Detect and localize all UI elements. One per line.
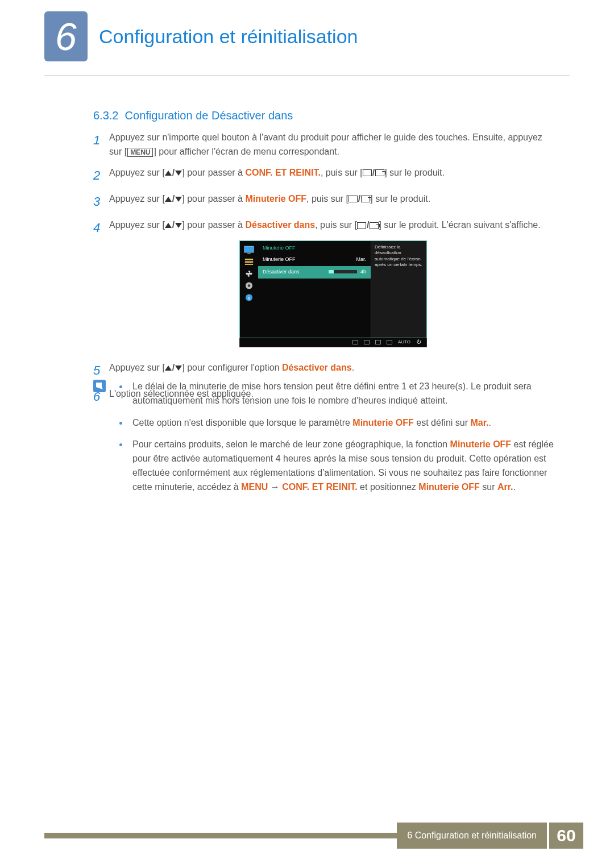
note-block: Le délai de la minuterie de mise hors te… — [93, 380, 557, 502]
svg-rect-3 — [245, 261, 253, 263]
monitor-icon — [244, 246, 254, 254]
footer-bar — [44, 833, 397, 838]
select-enter-icon: / — [357, 218, 379, 232]
step-4: 4 Appuyez sur [/] pour passer à Désactiv… — [93, 218, 557, 354]
chapter-title: Configuration et réinitialisation — [99, 26, 358, 48]
svg-rect-4 — [245, 264, 253, 265]
bullet-dot-icon — [119, 443, 122, 446]
step-number: 1 — [93, 131, 109, 159]
note-bullet-3: Pour certains produits, selon le marché … — [119, 438, 557, 494]
osd-sidebar: i — [240, 241, 258, 338]
highlight-minuterie-off: Minuterie OFF — [245, 194, 306, 203]
step-1: 1 Appuyez sur n'importe quel bouton à l'… — [93, 131, 557, 159]
footer-chapter-label: 6 Configuration et réinitialisation — [397, 823, 547, 849]
osd-menu-panel: Minuterie OFF Minuterie OFF Mar. Désacti… — [258, 241, 371, 338]
enter-icon — [387, 340, 392, 344]
osd-row-desactiver-selected: Désactiver dans 4h — [258, 266, 371, 279]
auto-label: AUTO — [398, 339, 410, 346]
chapter-number-badge: 6 — [44, 11, 88, 61]
osd-screenshot: i Minuterie OFF Minuterie OFF Mar. Dés — [109, 240, 557, 347]
note-bullet-1: Le délai de la minuterie de mise hors te… — [119, 380, 557, 408]
up-icon — [375, 340, 381, 344]
menu-button-icon: MENU — [127, 148, 153, 157]
left-icon — [352, 340, 358, 344]
steps-list: 1 Appuyez sur n'importe quel bouton à l'… — [93, 131, 557, 413]
step-number: 4 — [93, 218, 109, 354]
step-number: 5 — [93, 361, 109, 380]
section-title: Configuration de Désactiver dans — [125, 109, 293, 122]
step-5: 5 Appuyez sur [/] pour configurer l'opti… — [93, 361, 557, 380]
highlight-desactiver-dans: Désactiver dans — [282, 363, 352, 372]
resize-icon — [244, 269, 254, 278]
arrow-icon: → — [268, 482, 282, 492]
list-icon — [244, 258, 254, 266]
section-number: 6.3.2 — [93, 109, 118, 122]
section-heading: 6.3.2 Configuration de Désactiver dans — [93, 109, 293, 122]
step-text: Appuyez sur [/] pour passer à CONF. ET R… — [109, 166, 557, 185]
highlight-conf-reinit: CONF. ET REINIT. — [245, 168, 320, 177]
osd-row-minuterie: Minuterie OFF Mar. — [258, 254, 371, 266]
down-icon — [364, 340, 370, 344]
step-text: Appuyez sur [/] pour passer à Désactiver… — [109, 218, 557, 354]
up-down-icon: / — [165, 218, 182, 232]
bullet-dot-icon — [119, 422, 122, 425]
svg-rect-0 — [244, 246, 254, 252]
highlight-desactiver-dans: Désactiver dans — [245, 220, 315, 230]
step-number: 3 — [93, 192, 109, 211]
step-text: Appuyez sur n'importe quel bouton à l'av… — [109, 131, 557, 159]
step-2: 2 Appuyez sur [/] pour passer à CONF. ET… — [93, 166, 557, 185]
step-3: 3 Appuyez sur [/] pour passer à Minuteri… — [93, 192, 557, 211]
note-icon — [93, 380, 106, 392]
osd-slider — [329, 270, 357, 273]
svg-rect-2 — [245, 259, 253, 260]
step-text: Appuyez sur [/] pour configurer l'option… — [109, 361, 557, 380]
page-header: 6 Configuration et réinitialisation — [44, 11, 570, 76]
page-footer: 6 Configuration et réinitialisation 60 — [44, 823, 583, 849]
power-icon: ⏻ — [416, 339, 421, 346]
select-enter-icon: / — [349, 192, 370, 206]
osd-menu-title: Minuterie OFF — [258, 241, 371, 254]
up-down-icon: / — [165, 361, 182, 375]
osd-button-bar: AUTO ⏻ — [239, 338, 427, 347]
step-text: Appuyez sur [/] pour passer à Minuterie … — [109, 192, 557, 211]
gear-icon — [244, 281, 254, 290]
bullet-dot-icon — [119, 385, 122, 388]
up-down-icon: / — [165, 166, 182, 180]
svg-point-6 — [248, 284, 251, 287]
svg-rect-1 — [247, 253, 250, 254]
select-enter-icon: / — [363, 166, 384, 180]
footer-page-number: 60 — [549, 823, 583, 849]
osd-help-text: Définissez la désactivation automatique … — [371, 241, 426, 338]
step-number: 2 — [93, 166, 109, 185]
up-down-icon: / — [165, 192, 182, 206]
svg-text:i: i — [248, 295, 250, 301]
info-icon: i — [244, 293, 254, 302]
note-bullet-2: Cette option n'est disponible que lorsqu… — [119, 416, 557, 430]
